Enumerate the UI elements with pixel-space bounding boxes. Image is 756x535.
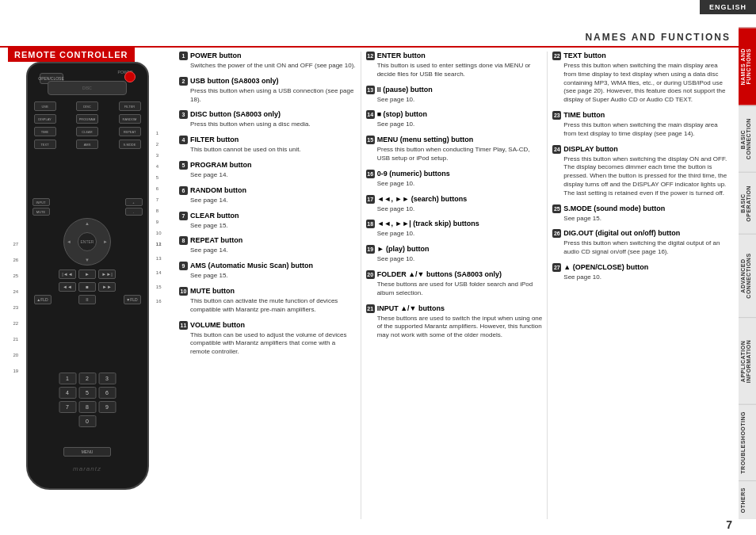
- vol-minus-btn[interactable]: -: [125, 208, 143, 216]
- item-title-text-7: CLEAR button: [190, 212, 239, 220]
- numpad-row-4: 0: [50, 415, 125, 427]
- item-body-17: See page 10.: [366, 205, 543, 214]
- marantz-logo: marantz: [73, 465, 101, 472]
- item-num-badge-19: 19: [366, 245, 375, 254]
- item-title-text-10: MUTE button: [190, 287, 235, 295]
- folder-down-btn[interactable]: ▼FLD: [124, 295, 141, 304]
- fourth-control-row: TEXT AMS S.MODE: [34, 139, 141, 149]
- item-title-27: 27▲ (OPEN/CLOSE) button: [552, 263, 730, 272]
- item-title-text-8: REPEAT button: [190, 236, 242, 244]
- time-btn[interactable]: TIME: [34, 127, 56, 136]
- pause-folder-row: ▲FLD II ▼FLD: [34, 295, 141, 304]
- item-title-text-16: 0-9 (numeric) buttons: [377, 170, 450, 178]
- num-3-btn[interactable]: 3: [98, 373, 116, 384]
- track-next-btn[interactable]: ►►|: [98, 269, 116, 279]
- item-body-21: These buttons are used to switch the inp…: [366, 315, 543, 340]
- text-btn[interactable]: TEXT: [34, 139, 56, 149]
- num-9-btn[interactable]: 9: [98, 401, 116, 413]
- s-mode-btn[interactable]: S.MODE: [119, 139, 141, 149]
- item-title-text-27: ▲ (OPEN/CLOSE) button: [563, 263, 648, 271]
- power-btn[interactable]: [124, 71, 136, 82]
- item-27: 27▲ (OPEN/CLOSE) buttonSee page 10.: [552, 263, 730, 282]
- item-body-20: These buttons are used for USB folder se…: [366, 281, 543, 298]
- third-control-row: TIME CLEAR REPEAT: [34, 127, 141, 136]
- track-skip-row: |◄◄ ► ►►|: [34, 269, 141, 279]
- side-tab-application-info[interactable]: APPLICATION INFORMATION: [739, 317, 756, 404]
- item-26: 26DIG.OUT (digital out on/off) buttonPre…: [552, 229, 730, 257]
- item-title-text-21: INPUT ▲/▼ buttons: [377, 304, 445, 312]
- disc-btn[interactable]: DISC: [76, 101, 98, 111]
- input-btn[interactable]: INPUT: [32, 198, 50, 206]
- num-2-btn[interactable]: 2: [78, 373, 96, 384]
- clear-btn[interactable]: CLEAR: [76, 127, 98, 136]
- item-body-1: Switches the power of the unit ON and OF…: [179, 62, 356, 71]
- num-1-btn[interactable]: 1: [59, 373, 76, 384]
- item-24: 24DISPLAY buttonPress this button when s…: [552, 145, 730, 198]
- num-0-btn[interactable]: 0: [78, 415, 96, 427]
- search-back-btn[interactable]: ◄◄: [59, 282, 76, 292]
- item-title-text-24: DISPLAY button: [563, 145, 618, 153]
- item-25: 25S.MODE (sound mode) buttonSee page 15.: [552, 204, 730, 224]
- num-6-btn[interactable]: 6: [98, 387, 116, 399]
- item-title-14: 14■ (stop) button: [366, 110, 543, 119]
- item-title-text-20: FOLDER ▲/▼ buttons (SA8003 only): [377, 270, 502, 278]
- num-5-btn[interactable]: 5: [78, 387, 96, 399]
- item-num-badge-25: 25: [552, 204, 561, 213]
- item-title-text-18: ◄◄, ►►| (track skip) buttons: [377, 220, 479, 227]
- item-18: 18◄◄, ►►| (track skip) buttonsSee page 1…: [366, 220, 543, 239]
- menu-btn[interactable]: MENU: [63, 447, 111, 457]
- item-17: 17◄◄, ►► (search) buttonsSee page 10.: [366, 195, 543, 214]
- repeat-btn[interactable]: REPEAT: [119, 127, 141, 136]
- item-num-badge-22: 22: [552, 52, 561, 60]
- numpad-row-2: 4 5 6: [50, 387, 125, 399]
- pause-btn[interactable]: II: [78, 295, 96, 304]
- usb-btn[interactable]: USB: [34, 101, 56, 111]
- side-tab-others[interactable]: OTHERS: [739, 480, 756, 519]
- program-btn[interactable]: PROGRAM: [76, 114, 98, 124]
- item-title-text-4: FILTER button: [190, 136, 239, 143]
- item-1: 1POWER buttonSwitches the power of the u…: [179, 52, 356, 71]
- remote-body: 1 2 3 4 5 6 7 8 9 10 11 27 26 25 24 23 2…: [26, 62, 149, 490]
- display-btn[interactable]: DISPLAY: [34, 114, 56, 124]
- item-5: 5PROGRAM buttonSee page 14.: [179, 161, 356, 180]
- side-tab-troubleshooting[interactable]: TROUBLESHOOTING: [739, 404, 756, 480]
- random-btn[interactable]: RANDOM: [119, 114, 141, 124]
- item-num-badge-2: 2: [179, 77, 188, 86]
- num-7-btn[interactable]: 7: [59, 401, 76, 413]
- item-title-text-6: RANDOM button: [190, 186, 246, 194]
- side-tab-basic-connection[interactable]: BASIC CONNECTION: [739, 105, 756, 172]
- item-title-text-13: II (pause) button: [377, 86, 433, 94]
- item-num-badge-27: 27: [552, 263, 561, 272]
- item-title-1: 1POWER button: [179, 52, 356, 60]
- item-6: 6RANDOM buttonSee page 14.: [179, 186, 356, 205]
- item-num-badge-13: 13: [366, 86, 375, 94]
- track-prev-btn[interactable]: |◄◄: [59, 269, 76, 279]
- item-num-badge-18: 18: [366, 220, 375, 228]
- nav-enter-btn[interactable]: ENTER: [78, 232, 97, 251]
- play-btn[interactable]: ►: [78, 269, 96, 279]
- item-title-4: 4FILTER button: [179, 136, 356, 144]
- mute-btn[interactable]: MUTE: [32, 208, 50, 216]
- item-title-9: 9AMS (Automatic Music Scan) button: [179, 262, 356, 270]
- side-tab-basic-operation[interactable]: BASIC OPERATION: [739, 172, 756, 235]
- item-num-badge-9: 9: [179, 262, 188, 270]
- ams-btn[interactable]: AMS: [76, 139, 98, 149]
- stop-btn[interactable]: ■: [78, 282, 96, 292]
- vol-plus-btn[interactable]: +: [125, 198, 143, 206]
- numpad: 1 2 3 4 5 6 7 8 9 0: [50, 373, 125, 430]
- item-title-text-14: ■ (stop) button: [377, 110, 427, 118]
- bottom-btns: MENU: [34, 447, 141, 457]
- item-body-11: This button can be used to adjust the vo…: [179, 331, 356, 357]
- item-num-badge-11: 11: [179, 321, 188, 330]
- side-tab-advanced-connections[interactable]: ADVANCED CONNECTIONS: [739, 234, 756, 317]
- item-num-badge-20: 20: [366, 270, 375, 279]
- item-body-26: Press this button when switching the dig…: [552, 239, 730, 257]
- search-fwd-btn[interactable]: ►►: [98, 282, 116, 292]
- item-body-15: Press this button when conducting Timer …: [366, 146, 543, 163]
- num-8-btn[interactable]: 8: [78, 401, 96, 413]
- folder-up-btn[interactable]: ▲FLD: [34, 295, 52, 304]
- num-4-btn[interactable]: 4: [59, 387, 76, 399]
- nav-ring-outer[interactable]: ▲ ▼ ◄ ► ENTER: [63, 218, 111, 266]
- side-tab-names-functions[interactable]: NAMES AND FUNCTIONS: [739, 28, 756, 105]
- filter-btn[interactable]: FILTER: [119, 101, 141, 111]
